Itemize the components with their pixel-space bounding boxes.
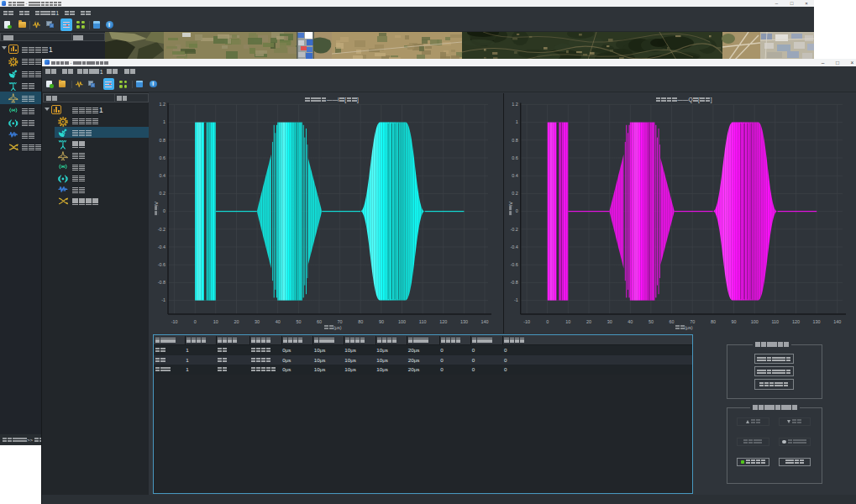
svg-text:0.2: 0.2 [512, 191, 518, 196]
svg-text:110: 110 [419, 319, 427, 324]
svg-text:-0.6: -0.6 [511, 262, 518, 267]
svg-text:10: 10 [566, 319, 571, 324]
svg-text:40: 40 [628, 319, 633, 324]
svg-text:0.8: 0.8 [512, 138, 518, 143]
svg-text:1: 1 [163, 119, 165, 124]
svg-text:0.8: 0.8 [160, 138, 166, 143]
svg-text:-0.8: -0.8 [158, 280, 165, 285]
svg-text:100: 100 [751, 319, 759, 324]
svg-text:60: 60 [670, 319, 675, 324]
svg-text:20: 20 [586, 319, 591, 324]
svg-text:0.4: 0.4 [160, 173, 166, 178]
svg-text:0: 0 [546, 319, 549, 324]
svg-text:1.2: 1.2 [512, 102, 518, 107]
svg-text:130: 130 [813, 319, 821, 324]
svg-text:0.6: 0.6 [160, 155, 166, 160]
svg-text:100: 100 [398, 319, 406, 324]
svg-text:20: 20 [234, 319, 239, 324]
svg-text:110: 110 [772, 319, 780, 324]
svg-text:0: 0 [516, 208, 518, 213]
svg-text:-10: -10 [171, 319, 178, 324]
svg-text:0.2: 0.2 [160, 191, 166, 196]
svg-text:90: 90 [379, 319, 384, 324]
svg-text:30: 30 [255, 319, 260, 324]
svg-text:-0.2: -0.2 [511, 227, 518, 232]
svg-text:-0.8: -0.8 [511, 280, 518, 285]
svg-text:-0.2: -0.2 [158, 227, 165, 232]
svg-text:140: 140 [834, 319, 842, 324]
svg-text:0: 0 [194, 319, 197, 324]
svg-text:10: 10 [213, 319, 218, 324]
svg-text:0.6: 0.6 [512, 155, 518, 160]
svg-text:-0.6: -0.6 [158, 262, 165, 267]
svg-text:30: 30 [607, 319, 612, 324]
svg-text:40: 40 [276, 319, 281, 324]
svg-text:120: 120 [439, 319, 447, 324]
svg-text:-1: -1 [514, 297, 518, 302]
svg-text:-1: -1 [161, 297, 165, 302]
svg-text:90: 90 [732, 319, 737, 324]
svg-text:120: 120 [792, 319, 800, 324]
svg-text:80: 80 [711, 319, 716, 324]
svg-text:70: 70 [690, 319, 695, 324]
svg-text:-0.4: -0.4 [158, 244, 165, 249]
svg-text:70: 70 [338, 319, 343, 324]
svg-text:0: 0 [163, 208, 165, 213]
svg-text:-10: -10 [523, 319, 530, 324]
svg-text:50: 50 [296, 319, 301, 324]
svg-text:0.4: 0.4 [512, 173, 518, 178]
svg-text:140: 140 [481, 319, 489, 324]
svg-text:50: 50 [649, 319, 654, 324]
svg-text:130: 130 [460, 319, 468, 324]
svg-text:60: 60 [317, 319, 322, 324]
svg-text:80: 80 [358, 319, 363, 324]
svg-text:-0.4: -0.4 [511, 244, 518, 249]
svg-text:1: 1 [516, 119, 518, 124]
svg-text:1.2: 1.2 [160, 102, 166, 107]
